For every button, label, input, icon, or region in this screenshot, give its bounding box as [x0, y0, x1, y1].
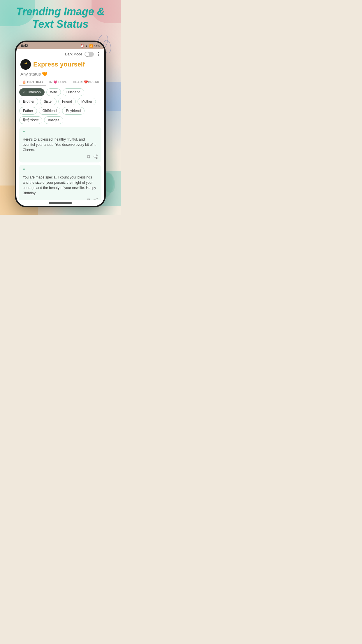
chip-sister[interactable]: Sister	[40, 98, 57, 105]
toggle-knob	[85, 52, 89, 56]
share-button-1[interactable]	[93, 154, 98, 160]
quote-actions-1: ⧉	[23, 154, 98, 160]
home-indicator	[49, 202, 72, 204]
chip-girlfriend[interactable]: Girlfriend	[39, 107, 61, 115]
tab-birthday[interactable]: 🎂 BIRTHDAY	[19, 78, 46, 86]
quote-text-2: You are made special. I count your bless…	[23, 175, 98, 196]
chip-husband[interactable]: Husband	[63, 88, 84, 96]
chip-hindi[interactable]: हिन्दी स्टेटस	[19, 116, 42, 124]
brand-icon: ❝	[20, 59, 31, 70]
svg-line-6	[95, 157, 96, 158]
check-icon: ✓	[23, 91, 25, 94]
signal-icon: 📶	[89, 44, 93, 48]
heading-section: Trending Image & Text Status	[0, 5, 121, 30]
menu-button[interactable]: ⋮	[96, 51, 101, 57]
chip-images[interactable]: Images	[44, 116, 63, 124]
phone-screen: 6:42 ⏰ ▲ 📶 43% Dark Mode ⋮ ❝	[16, 42, 104, 206]
status-time: 6:42	[21, 44, 28, 48]
app-wrapper: Trending Image & Text Status 6:42 ⏰ ▲ 📶 …	[0, 0, 121, 215]
svg-line-12	[95, 199, 96, 200]
svg-line-7	[95, 155, 96, 156]
quote-actions-2: ⧉	[23, 197, 98, 200]
svg-point-8	[96, 198, 97, 199]
phone-frame: 6:42 ⏰ ▲ 📶 43% Dark Mode ⋮ ❝	[15, 41, 106, 207]
dark-mode-label: Dark Mode	[65, 52, 82, 56]
home-bar	[16, 200, 104, 206]
chip-mother[interactable]: Mother	[78, 98, 96, 105]
dark-mode-toggle[interactable]	[85, 52, 94, 57]
quote-icon: ❝	[24, 61, 27, 68]
app-header: Dark Mode ⋮	[16, 49, 104, 58]
chip-common[interactable]: ✓ Common	[19, 88, 45, 96]
brand-row: ❝ Express yourself	[16, 58, 104, 70]
chip-wife[interactable]: Wife	[46, 88, 61, 96]
share-button-2[interactable]	[93, 197, 98, 200]
chip-brother[interactable]: Brother	[19, 98, 38, 105]
quote-card-1: " Here's to a blessed, healthy, fruitful…	[19, 127, 101, 162]
copy-button-2[interactable]: ⧉	[87, 197, 90, 200]
tabs-bar: 🎂 BIRTHDAY IN 💗 LOVE HEART💔BREAK	[16, 78, 104, 86]
heading-text: Trending Image & Text Status	[0, 5, 121, 30]
wifi-icon: ▲	[85, 44, 88, 48]
brand-title: Express yourself	[33, 61, 85, 68]
status-bar: 6:42 ⏰ ▲ 📶 43%	[16, 42, 104, 49]
chip-father[interactable]: Father	[19, 107, 37, 115]
svg-point-3	[96, 155, 97, 156]
chip-boyfriend[interactable]: Boyfriend	[62, 107, 85, 115]
filter-chips: ✓ Common Wife Husband Brother Sister Fri…	[16, 86, 104, 125]
quotes-list[interactable]: " Here's to a blessed, healthy, fruitful…	[16, 125, 104, 200]
svg-point-5	[96, 158, 97, 159]
quote-mark-2: "	[23, 168, 98, 174]
quote-mark-1: "	[23, 130, 98, 136]
status-icons: ⏰ ▲ 📶 43%	[80, 44, 100, 48]
tab-in-love[interactable]: IN 💗 LOVE	[46, 78, 70, 86]
copy-button-1[interactable]: ⧉	[87, 154, 90, 160]
quote-card-2: " You are made special. I count your ble…	[19, 165, 101, 200]
tab-heartbreak[interactable]: HEART💔BREAK	[70, 78, 102, 86]
battery-text: 43%	[94, 44, 100, 48]
svg-point-4	[94, 156, 95, 157]
alarm-icon: ⏰	[80, 44, 84, 48]
quote-text-1: Here's to a blessed, healthy, fruitful, …	[23, 137, 98, 153]
any-status-label: Any status 🧡	[16, 70, 104, 78]
svg-point-9	[94, 199, 95, 200]
chip-friend[interactable]: Friend	[58, 98, 76, 105]
